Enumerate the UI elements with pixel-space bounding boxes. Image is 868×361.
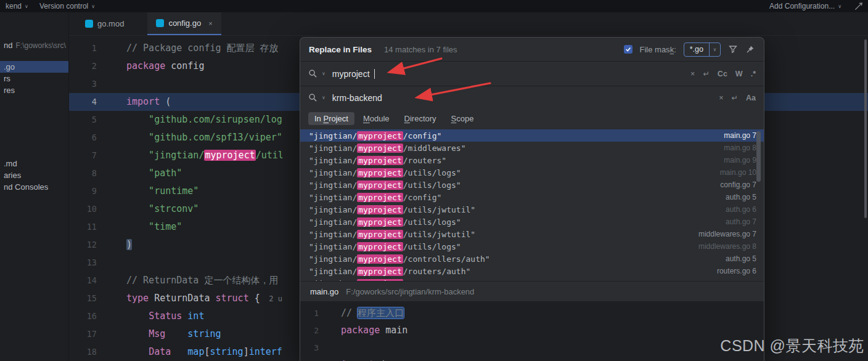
replace-field-row[interactable]: ∨ krm-backend × ↵ Aa xyxy=(300,86,764,109)
file-mask-checkbox[interactable] xyxy=(624,45,633,54)
file-mask-label: File mask: xyxy=(640,45,676,54)
result-row[interactable]: "jingtian/myproject/utils/logs"auth.go 7 xyxy=(300,216,764,228)
result-text: "jingtian/myproject/utils/jwtutil" xyxy=(309,205,475,214)
chevron-down-icon[interactable]: ∨ xyxy=(709,43,720,56)
preview-code-line[interactable]: 2package main xyxy=(300,322,764,339)
watermark: CSDN @景天科技苑 xyxy=(720,336,864,356)
result-text: "jingtian/myproject/routers" xyxy=(309,156,446,165)
preserve-case-toggle[interactable]: Aa xyxy=(746,94,756,102)
result-text: "jingtian/myproject/config" xyxy=(309,131,441,140)
line-number: 2 xyxy=(300,322,319,339)
result-row[interactable]: "jingtian/myproject/utils/jwtutil"auth.g… xyxy=(300,203,764,216)
tree-item[interactable]: res xyxy=(0,84,68,96)
tree-item-label: nd xyxy=(4,41,12,50)
chevron-down-icon[interactable]: ∨ xyxy=(322,71,326,76)
result-row[interactable]: "jingtian/myproject/routers/auth"routers… xyxy=(300,265,764,277)
result-row[interactable]: "jingtian/myproject/utils/jwtutil"middle… xyxy=(300,228,764,240)
result-file-label: auth.go 7 xyxy=(719,217,756,226)
search-input[interactable]: myproject xyxy=(332,69,370,79)
result-file-label: main.go 7 xyxy=(718,131,756,140)
add-configuration-button[interactable]: Add Configuration... ∨ xyxy=(764,0,847,12)
preview-code-line[interactable]: 4import ( xyxy=(300,356,764,361)
tree-item[interactable]: .md xyxy=(0,158,68,169)
close-icon[interactable]: × xyxy=(208,20,212,27)
line-number: 13 xyxy=(69,254,97,272)
result-text: "jingtian/myproject/utils/jwtutil" xyxy=(309,230,475,239)
tree-item[interactable]: aries xyxy=(0,169,68,181)
scope-tab[interactable]: Scope xyxy=(445,112,480,125)
line-number: 5 xyxy=(69,111,97,129)
preview-code-line[interactable]: 1// 程序主入口 xyxy=(300,304,764,322)
result-row[interactable]: "jingtian/myproject/utils/logs"main.go 1… xyxy=(300,166,764,179)
preview-code-area: 1// 程序主入口2package main34import ( xyxy=(300,304,764,361)
result-file-label: auth.go 6 xyxy=(719,205,756,214)
regex-toggle[interactable]: .* xyxy=(751,70,756,78)
replace-input[interactable]: krm-backend xyxy=(332,93,382,103)
chevron-down-icon[interactable]: ∨ xyxy=(322,95,326,100)
tree-item-label: rs xyxy=(4,74,10,83)
preview-code-line[interactable]: 3 xyxy=(300,339,764,356)
file-mask-value: *.go xyxy=(684,45,709,54)
preview-header: main.go F:/goworks/src/jingtian/krm-back… xyxy=(300,282,764,302)
whole-words-toggle[interactable]: W xyxy=(735,70,743,78)
scope-tabs: In ProjectModuleDirectoryScope xyxy=(300,109,764,129)
line-number: 4 xyxy=(69,93,97,111)
line-number: 7 xyxy=(69,147,97,164)
tree-item-path: F:\goworks\src\ xyxy=(15,41,65,50)
line-number: 18 xyxy=(69,343,97,361)
line-number: 10 xyxy=(69,200,97,218)
editor-scrollbar[interactable] xyxy=(864,39,867,218)
result-file-label: config.go 7 xyxy=(714,180,756,189)
tree-item[interactable]: nd Consoles xyxy=(0,181,68,193)
result-row[interactable]: "jingtian/myproject/config"main.go 7 xyxy=(300,129,764,142)
scope-tab[interactable]: Directory xyxy=(398,112,443,125)
topbar-right: Add Configuration... ∨ xyxy=(764,0,868,12)
result-row[interactable]: "jingtian/myproject/utils/logs"middlewar… xyxy=(300,240,764,253)
result-row[interactable]: "jingtian/myproject/routers"main.go 9 xyxy=(300,154,764,166)
result-row[interactable]: "jingtian/myproject/controllers/auth"aut… xyxy=(300,253,764,265)
go-file-icon xyxy=(85,20,93,28)
result-file-label: main.go 8 xyxy=(718,144,756,152)
search-field-row[interactable]: ∨ myproject × ↵ Cc W .* xyxy=(300,61,764,86)
newline-icon[interactable]: ↵ xyxy=(703,69,709,78)
result-row[interactable]: "jingtian/myproject/middlewares"main.go … xyxy=(300,142,764,154)
pin-icon[interactable] xyxy=(745,44,755,54)
preview-filename: main.go xyxy=(310,287,338,296)
filter-icon[interactable] xyxy=(728,44,738,54)
run-icon[interactable] xyxy=(854,2,863,10)
match-highlight: myproject xyxy=(357,131,403,140)
tree-item[interactable]: .go xyxy=(0,61,68,73)
replace-icon xyxy=(308,93,317,102)
preview-editor[interactable]: 1// 程序主入口2package main34import ( xyxy=(300,302,764,361)
match-highlight: myproject xyxy=(357,144,403,153)
topbar-menu-label: kend xyxy=(6,2,22,10)
tab-config-go[interactable]: config.go× xyxy=(147,12,221,35)
line-number: 4 xyxy=(300,357,319,361)
tree-item[interactable]: ndF:\goworks\src\ xyxy=(0,39,68,51)
result-text: "jingtian/myproject/controllers/auth" xyxy=(309,254,490,264)
clear-icon[interactable]: × xyxy=(690,70,695,78)
result-file-label: main.go 10 xyxy=(714,168,756,177)
topbar-menu[interactable]: Version control∨ xyxy=(34,0,100,12)
result-text: "jingtian/myproject/config" xyxy=(309,193,441,202)
match-highlight: myproject xyxy=(357,156,403,165)
match-case-toggle[interactable]: Cc xyxy=(718,70,727,78)
add-configuration-label: Add Configuration... xyxy=(769,2,835,10)
tab-go-mod[interactable]: go.mod xyxy=(76,12,133,35)
file-mask-combobox[interactable]: *.go ∨ xyxy=(684,43,721,57)
scope-tab[interactable]: In Project xyxy=(308,112,354,125)
scope-tab[interactable]: Module xyxy=(357,112,396,125)
result-text: "jingtian/myproject/middlewares" xyxy=(309,144,465,153)
tree-item[interactable]: rs xyxy=(0,73,68,84)
results-scrollbar[interactable] xyxy=(756,131,761,182)
topbar-menu[interactable]: kend∨ xyxy=(0,0,34,12)
result-row[interactable]: "jingtian/myproject/utils/logs"config.go… xyxy=(300,179,764,191)
newline-icon[interactable]: ↵ xyxy=(732,93,738,102)
line-number: 6 xyxy=(69,129,97,147)
result-row[interactable]: "jingtian/myproject/config"auth.go 5 xyxy=(300,191,764,203)
topbar-menus: kend∨Version control∨ xyxy=(0,0,100,12)
clear-icon[interactable]: × xyxy=(719,94,723,102)
result-text: "jingtian/myproject/utils/logs" xyxy=(309,180,461,190)
tree-item-label: aries xyxy=(4,171,21,180)
tab-label: config.go xyxy=(168,18,201,28)
